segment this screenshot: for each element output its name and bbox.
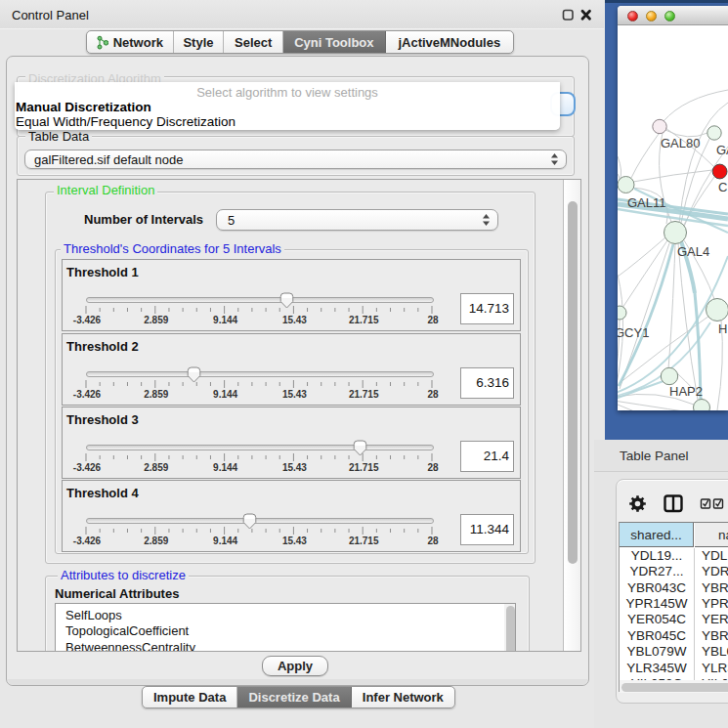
svg-text:HAP2: HAP2 <box>669 384 703 399</box>
svg-text:GAL8: GAL8 <box>716 143 728 157</box>
svg-text:GCY1: GCY1 <box>618 325 649 340</box>
svg-text:CD: CD <box>718 180 728 194</box>
svg-text:GAL4: GAL4 <box>677 244 709 259</box>
svg-text:HI: HI <box>718 321 728 336</box>
svg-text:GAL80: GAL80 <box>661 136 700 150</box>
svg-text:GAL11: GAL11 <box>627 195 666 210</box>
